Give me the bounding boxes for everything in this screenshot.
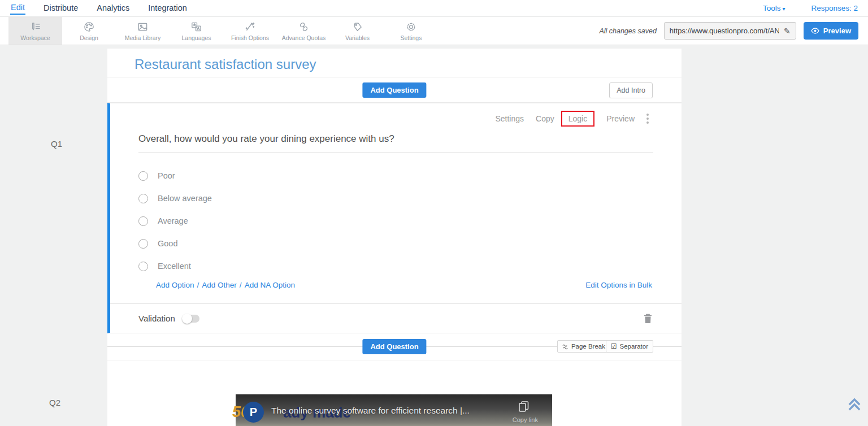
trash-icon bbox=[644, 314, 652, 324]
option-row: Below average bbox=[138, 187, 653, 210]
toolbar-item-workspace[interactable]: Workspace bbox=[8, 17, 62, 45]
media-library-icon bbox=[137, 21, 149, 33]
option-row: Excellent bbox=[138, 255, 653, 277]
design-icon bbox=[83, 21, 95, 33]
option-label[interactable]: Below average bbox=[158, 194, 212, 203]
finish-options-icon bbox=[244, 21, 256, 33]
questionpro-survey-editor: Edit Distribute Analytics Integration To… bbox=[0, 0, 868, 426]
delete-question-button[interactable] bbox=[644, 314, 652, 324]
add-question-button-mid[interactable]: Add Question bbox=[362, 339, 426, 354]
question-number-q2: Q2 bbox=[49, 398, 60, 407]
option-label[interactable]: Poor bbox=[158, 171, 175, 180]
separator-button[interactable]: ☑ Separator bbox=[606, 340, 653, 353]
insert-row: Add Question Page Break ☑ Separator bbox=[107, 333, 682, 360]
add-intro-button[interactable]: Add Intro bbox=[609, 82, 653, 98]
toolbar-right: All changes saved ✎ Preview bbox=[599, 17, 868, 45]
video-title[interactable]: The online survey software for efficient… bbox=[271, 406, 501, 416]
add-other-link[interactable]: Add Other bbox=[202, 281, 237, 289]
tab-integration[interactable]: Integration bbox=[147, 2, 188, 14]
caret-down-icon: ▾ bbox=[782, 6, 785, 12]
separator-check-icon: ☑ bbox=[611, 343, 617, 350]
radio-button-icon[interactable] bbox=[138, 239, 148, 249]
survey-url-box: ✎ bbox=[664, 22, 796, 40]
toolbar-item-design[interactable]: Design bbox=[62, 17, 116, 45]
option-label[interactable]: Average bbox=[158, 216, 188, 225]
eye-icon bbox=[811, 28, 819, 34]
tab-edit[interactable]: Edit bbox=[10, 1, 25, 15]
question-copy-button[interactable]: Copy bbox=[536, 114, 554, 123]
page-break-button[interactable]: Page Break bbox=[557, 340, 610, 353]
option-row: Poor bbox=[138, 164, 653, 187]
survey-title-block: Restaurant satisfaction survey bbox=[107, 49, 682, 77]
variables-icon bbox=[351, 21, 363, 33]
toolbar-item-settings[interactable]: Settings bbox=[384, 17, 438, 45]
option-row: Average bbox=[138, 210, 653, 232]
top-navigation: Edit Distribute Analytics Integration To… bbox=[0, 0, 868, 16]
edit-url-pencil-icon[interactable]: ✎ bbox=[779, 27, 796, 36]
question-number-q1: Q1 bbox=[51, 139, 62, 149]
survey-title[interactable]: Restaurant satisfaction survey bbox=[134, 56, 316, 72]
link-separator: / bbox=[240, 281, 242, 289]
answer-options-list: Poor Below average Average Good Excellen… bbox=[138, 164, 653, 277]
question-text-underline bbox=[138, 152, 653, 153]
edit-options-in-bulk-link[interactable]: Edit Options in Bulk bbox=[585, 281, 652, 289]
question-actions: Settings Copy Logic Preview bbox=[483, 111, 650, 127]
question-settings-button[interactable]: Settings bbox=[495, 114, 524, 123]
tab-distribute[interactable]: Distribute bbox=[43, 2, 79, 14]
link-separator: / bbox=[197, 281, 199, 289]
copy-icon bbox=[518, 401, 530, 413]
save-status: All changes saved bbox=[599, 27, 656, 35]
kebab-menu-icon[interactable] bbox=[645, 112, 650, 125]
add-na-option-link[interactable]: Add NA Option bbox=[245, 281, 295, 289]
copy-link-button[interactable] bbox=[518, 401, 530, 413]
radio-button-icon[interactable] bbox=[138, 216, 148, 226]
option-links-row: Add Option / Add Other / Add NA Option E… bbox=[156, 281, 652, 289]
add-question-button-top[interactable]: Add Question bbox=[362, 82, 426, 98]
toolbar-item-media-library[interactable]: Media Library bbox=[116, 17, 170, 45]
copy-link-label: Copy link bbox=[513, 416, 538, 423]
languages-icon bbox=[190, 21, 202, 33]
question-text[interactable]: Overall, how would you rate your dining … bbox=[138, 133, 653, 145]
double-chevron-up-icon bbox=[848, 397, 861, 412]
workspace-icon bbox=[29, 21, 41, 33]
add-option-link[interactable]: Add Option bbox=[156, 281, 194, 289]
q2-youtube-video-embed[interactable]: 50 ady made P The online survey software… bbox=[236, 394, 552, 426]
toolbar-item-languages[interactable]: Languages bbox=[170, 17, 223, 45]
preview-button[interactable]: Preview bbox=[804, 22, 858, 40]
scroll-to-top-button[interactable] bbox=[848, 397, 861, 412]
option-label[interactable]: Good bbox=[158, 239, 177, 248]
validation-label: Validation bbox=[138, 314, 175, 323]
toolbar-item-finish-options[interactable]: Finish Options bbox=[223, 17, 277, 45]
toolbar-item-variables[interactable]: Variables bbox=[331, 17, 384, 45]
option-label[interactable]: Excellent bbox=[158, 262, 191, 271]
validation-row: Validation bbox=[110, 303, 682, 333]
editor-toolbar: Workspace Design Media Library Languages… bbox=[0, 17, 868, 45]
question-card-q1: Settings Copy Logic Preview Overall, how… bbox=[107, 103, 682, 333]
tab-analytics[interactable]: Analytics bbox=[96, 2, 130, 14]
advance-quotas-icon bbox=[298, 21, 310, 33]
radio-button-icon[interactable] bbox=[138, 262, 148, 271]
survey-url-input[interactable] bbox=[665, 27, 779, 35]
responses-link[interactable]: Responses: 2 bbox=[811, 4, 858, 12]
radio-button-icon[interactable] bbox=[138, 194, 148, 203]
add-question-row-top: Add Question Add Intro bbox=[107, 77, 682, 103]
survey-canvas: Restaurant satisfaction survey Add Quest… bbox=[107, 49, 682, 426]
question-logic-button-highlighted[interactable]: Logic bbox=[561, 111, 594, 127]
radio-button-icon[interactable] bbox=[138, 171, 148, 181]
option-row: Good bbox=[138, 232, 653, 255]
validation-toggle[interactable] bbox=[183, 315, 199, 323]
channel-avatar[interactable]: P bbox=[243, 402, 264, 423]
toolbar-item-advance-quotas[interactable]: Advance Quotas bbox=[277, 17, 331, 45]
topnav-right: Tools▾ Responses: 2 bbox=[763, 4, 858, 12]
settings-icon bbox=[405, 21, 417, 33]
tools-menu[interactable]: Tools▾ bbox=[763, 4, 785, 12]
page-break-icon bbox=[562, 344, 568, 350]
question-preview-button[interactable]: Preview bbox=[606, 114, 635, 123]
toggle-knob bbox=[182, 314, 192, 324]
